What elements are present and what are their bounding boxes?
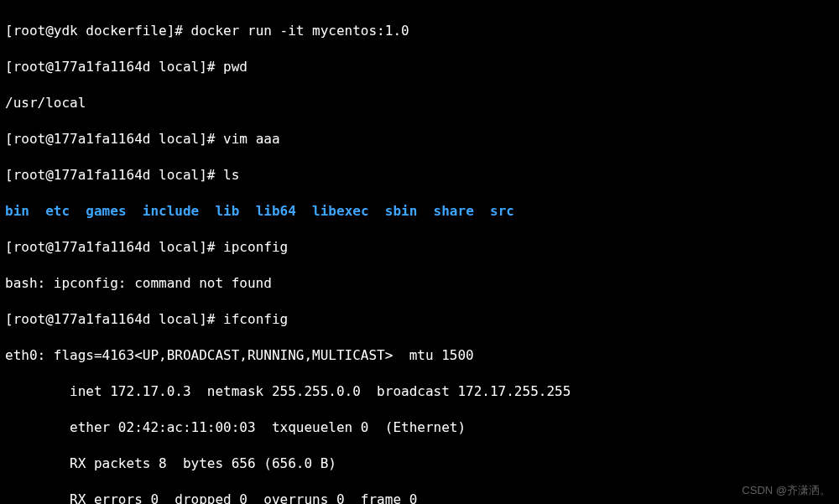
dir-entry: include <box>143 203 199 219</box>
terminal-line: [root@ydk dockerfile]# docker run -it my… <box>5 22 834 40</box>
dir-entry: sbin <box>385 203 418 219</box>
output-line: RX errors 0 dropped 0 overruns 0 frame 0 <box>5 491 834 505</box>
terminal-line: [root@177a1fa1164d local]# vim aaa <box>5 130 834 148</box>
terminal-line: [root@177a1fa1164d local]# ifconfig <box>5 310 834 329</box>
command-text: ifconfig <box>223 311 288 327</box>
dir-entry: src <box>490 203 514 219</box>
dir-entry: libexec <box>312 203 368 219</box>
shell-prompt: [root@177a1fa1164d local]# <box>5 59 223 75</box>
output-line: RX packets 8 bytes 656 (656.0 B) <box>5 455 834 473</box>
output-line: /usr/local <box>5 94 834 112</box>
output-line: bash: ipconfig: command not found <box>5 274 834 293</box>
dir-entry: lib64 <box>256 203 296 219</box>
terminal-line: [root@177a1fa1164d local]# pwd <box>5 58 834 76</box>
terminal-line: [root@177a1fa1164d local]# ipconfig <box>5 238 834 257</box>
dir-entry: share <box>434 203 474 219</box>
dir-entry: etc <box>45 203 70 219</box>
command-text: docker run -it mycentos:1.0 <box>191 23 409 39</box>
output-line: inet 172.17.0.3 netmask 255.255.0.0 broa… <box>5 382 834 401</box>
output-line: eth0: flags=4163<UP,BROADCAST,RUNNING,MU… <box>5 346 834 365</box>
shell-prompt: [root@177a1fa1164d local]# <box>5 167 223 183</box>
watermark-text: CSDN @齐潇洒。 <box>742 481 831 500</box>
terminal-line: [root@177a1fa1164d local]# ls <box>5 166 834 184</box>
command-text: ls <box>223 167 239 183</box>
command-text: vim aaa <box>223 131 279 147</box>
dir-entry: bin <box>5 203 29 219</box>
dir-entry: games <box>86 203 126 219</box>
shell-prompt: [root@177a1fa1164d local]# <box>5 311 223 327</box>
output-line: ether 02:42:ac:11:00:03 txqueuelen 0 (Et… <box>5 418 834 437</box>
command-text: ipconfig <box>223 239 288 255</box>
ls-output-line: bin etc games include lib lib64 libexec … <box>5 202 834 221</box>
shell-prompt: [root@177a1fa1164d local]# <box>5 131 223 147</box>
shell-prompt: [root@177a1fa1164d local]# <box>5 239 223 255</box>
dir-entry: lib <box>215 203 239 219</box>
terminal-viewport[interactable]: [root@ydk dockerfile]# docker run -it my… <box>0 0 839 504</box>
shell-prompt: [root@ydk dockerfile]# <box>5 23 191 39</box>
command-text: pwd <box>223 59 248 75</box>
